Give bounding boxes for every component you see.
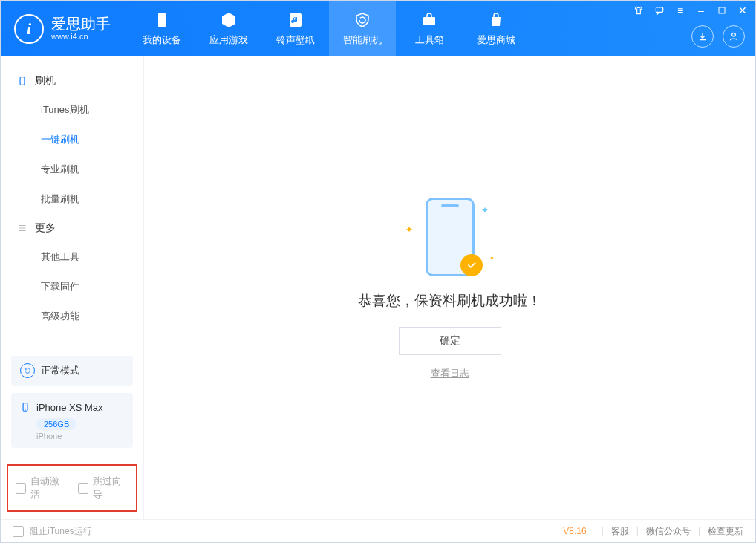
brand: i 爱思助手 www.i4.cn <box>1 1 128 56</box>
highlighted-options: 自动激活 跳过向导 <box>7 464 137 512</box>
opt-auto-activate[interactable]: 自动激活 <box>16 475 66 501</box>
svg-rect-4 <box>719 7 725 13</box>
close-icon[interactable]: ✕ <box>736 4 749 17</box>
opt-skip-guide[interactable]: 跳过向导 <box>78 475 128 501</box>
sparkle-icon: ✦ <box>489 255 495 261</box>
success-illustration: ✦ ✦ ✦ <box>391 196 509 278</box>
sidebar-item-oneclick-flash[interactable]: 一键刷机 <box>1 125 143 155</box>
phone-icon <box>20 400 30 414</box>
svg-rect-6 <box>20 77 25 85</box>
tab-ringtone[interactable]: 铃声壁纸 <box>262 1 329 56</box>
music-icon <box>287 11 304 29</box>
minimize-icon[interactable]: – <box>694 4 708 17</box>
device-card[interactable]: iPhone XS Max 256GB iPhone <box>11 393 133 448</box>
svg-rect-0 <box>158 13 166 27</box>
sparkle-icon: ✦ <box>481 205 489 215</box>
tab-label: 工具箱 <box>415 33 444 47</box>
view-log-link[interactable]: 查看日志 <box>431 367 469 380</box>
tab-my-device[interactable]: 我的设备 <box>128 1 195 56</box>
brand-sub: www.i4.cn <box>51 32 111 41</box>
version-label: V8.16 <box>563 526 586 536</box>
sidebar: 刷机 iTunes刷机 一键刷机 专业刷机 批量刷机 更多 其他工具 下载固件 … <box>1 56 144 519</box>
phone-icon <box>17 76 27 86</box>
feedback-icon[interactable] <box>653 4 666 17</box>
tab-label: 应用游戏 <box>209 33 248 47</box>
sidebar-item-advanced[interactable]: 高级功能 <box>1 302 143 331</box>
device-name: iPhone XS Max <box>36 402 103 413</box>
tab-smart-flash[interactable]: 智能刷机 <box>329 1 396 56</box>
sidebar-item-download-firmware[interactable]: 下载固件 <box>1 272 143 302</box>
list-icon <box>17 223 27 233</box>
app-window: i 爱思助手 www.i4.cn 我的设备 应用游戏 铃声壁纸 智能刷机 <box>0 0 756 543</box>
tab-label: 智能刷机 <box>343 33 382 47</box>
user-icon[interactable] <box>723 25 745 48</box>
checkbox-icon[interactable] <box>13 526 24 537</box>
svg-rect-3 <box>656 7 662 12</box>
check-badge-icon <box>460 254 483 276</box>
sparkle-icon: ✦ <box>405 224 413 235</box>
refresh-icon <box>20 363 35 378</box>
opt-label: 跳过向导 <box>93 475 128 501</box>
shirt-icon[interactable] <box>632 4 645 17</box>
footer-update[interactable]: 检查更新 <box>708 525 743 538</box>
mode-card[interactable]: 正常模式 <box>11 356 133 386</box>
tab-store[interactable]: 爱思商城 <box>463 1 529 56</box>
svg-rect-2 <box>423 17 435 25</box>
sidebar-item-batch-flash[interactable]: 批量刷机 <box>1 184 143 214</box>
section-title: 更多 <box>35 221 56 235</box>
tab-toolbox[interactable]: 工具箱 <box>396 1 463 56</box>
footer-support[interactable]: 客服 <box>611 525 629 538</box>
section-title: 刷机 <box>35 74 56 88</box>
download-icon[interactable] <box>691 25 714 48</box>
device-icon <box>153 11 171 29</box>
checkbox-icon[interactable] <box>16 483 26 494</box>
tab-label: 爱思商城 <box>477 33 515 47</box>
tab-label: 铃声壁纸 <box>276 33 315 47</box>
opt-label: 自动激活 <box>30 475 66 501</box>
bag-icon <box>487 11 505 29</box>
ok-button[interactable]: 确定 <box>399 327 501 355</box>
brand-title: 爱思助手 <box>51 16 111 32</box>
brand-logo-icon: i <box>14 14 44 44</box>
refresh-shield-icon <box>353 11 371 29</box>
sidebar-item-itunes-flash[interactable]: iTunes刷机 <box>1 95 143 125</box>
footer: 阻止iTunes运行 V8.16 | 客服 | 微信公众号 | 检查更新 <box>1 519 755 542</box>
sidebar-item-pro-flash[interactable]: 专业刷机 <box>1 155 143 184</box>
svg-point-5 <box>732 33 736 36</box>
menu-icon[interactable]: ≡ <box>674 4 687 17</box>
device-type: iPhone <box>36 432 124 440</box>
toolbox-icon <box>420 11 438 29</box>
sidebar-section-more[interactable]: 更多 <box>1 214 143 242</box>
nav-tabs: 我的设备 应用游戏 铃声壁纸 智能刷机 工具箱 爱思商城 <box>128 1 529 56</box>
titlebar: i 爱思助手 www.i4.cn 我的设备 应用游戏 铃声壁纸 智能刷机 <box>1 1 755 56</box>
mode-label: 正常模式 <box>41 364 79 377</box>
window-controls: ≡ – ✕ <box>632 4 749 17</box>
tab-apps[interactable]: 应用游戏 <box>195 1 262 56</box>
main-content: ✦ ✦ ✦ 恭喜您，保资料刷机成功啦！ 确定 查看日志 <box>144 56 755 519</box>
sidebar-section-flash[interactable]: 刷机 <box>1 67 143 95</box>
checkbox-icon[interactable] <box>78 483 88 494</box>
tab-label: 我的设备 <box>143 33 181 47</box>
maximize-icon[interactable] <box>715 4 729 17</box>
cube-icon <box>220 11 238 29</box>
footer-wechat[interactable]: 微信公众号 <box>646 525 691 538</box>
titlebar-right-icons <box>691 25 745 48</box>
success-message: 恭喜您，保资料刷机成功啦！ <box>358 291 541 310</box>
device-capacity: 256GB <box>36 418 76 430</box>
sidebar-item-other-tools[interactable]: 其他工具 <box>1 242 143 272</box>
footer-block-itunes[interactable]: 阻止iTunes运行 <box>30 525 92 538</box>
